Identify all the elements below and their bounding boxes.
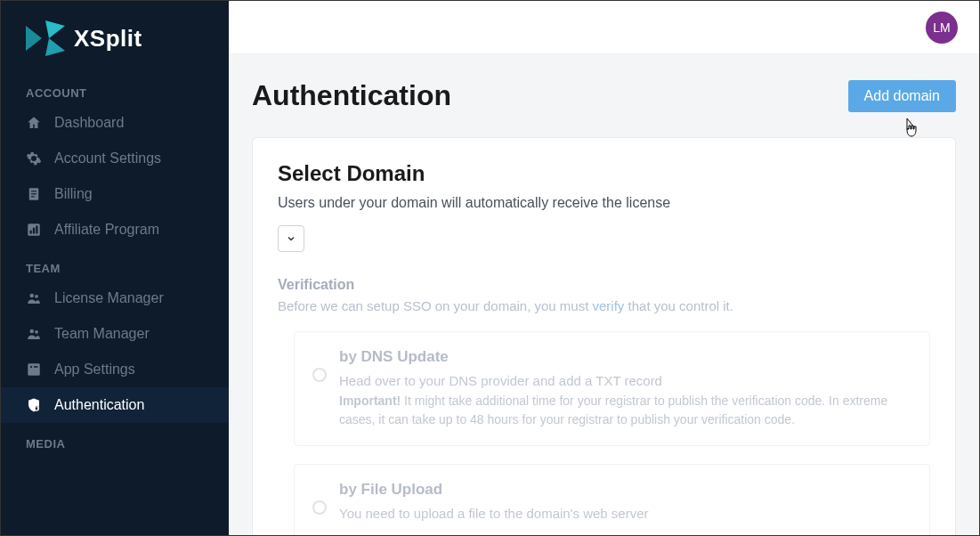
- home-icon: [26, 115, 42, 131]
- svg-rect-6: [31, 196, 35, 197]
- sidebar-section-team: TEAM: [1, 248, 229, 280]
- app-icon: [26, 361, 42, 378]
- brand-logo[interactable]: XSplit: [1, 1, 229, 72]
- verification-description: Before we can setup SSO on your domain, …: [278, 298, 930, 313]
- svg-marker-0: [26, 26, 42, 51]
- radio-file[interactable]: [312, 500, 327, 515]
- svg-rect-5: [31, 193, 36, 194]
- main-content: Authentication Add domain Select Domain …: [229, 54, 979, 535]
- sidebar-item-label: Team Manager: [54, 326, 150, 342]
- sidebar-section-media: MEDIA: [1, 423, 229, 456]
- topbar: LM: [229, 1, 979, 54]
- sidebar-item-label: Account Settings: [54, 150, 161, 166]
- svg-marker-1: [45, 20, 65, 38]
- svg-rect-10: [36, 226, 37, 234]
- option-description: Head over to your DNS provider and add a…: [339, 371, 911, 392]
- page-title: Authentication: [252, 79, 451, 112]
- chevron-down-icon: [286, 233, 296, 244]
- users-icon: [26, 326, 42, 342]
- svg-rect-15: [28, 363, 40, 376]
- sidebar-item-team-manager[interactable]: Team Manager: [1, 316, 229, 352]
- svg-rect-17: [34, 366, 38, 368]
- svg-point-14: [35, 330, 38, 334]
- sidebar-item-affiliate[interactable]: Affiliate Program: [1, 212, 229, 248]
- svg-rect-19: [36, 408, 37, 410]
- verification-heading: Verification: [278, 277, 930, 293]
- add-domain-button[interactable]: Add domain: [848, 80, 956, 112]
- svg-rect-4: [31, 191, 36, 191]
- option-description: You need to upload a file to the domain'…: [339, 504, 649, 524]
- option-title: by File Upload: [339, 481, 649, 499]
- sidebar-item-label: Billing: [54, 186, 93, 202]
- option-title: by DNS Update: [339, 348, 911, 366]
- option-note: Important! It might take additional time…: [339, 392, 911, 429]
- user-avatar[interactable]: LM: [926, 12, 958, 44]
- sidebar-item-app-settings[interactable]: App Settings: [1, 352, 229, 387]
- brand-name: XSplit: [74, 25, 142, 53]
- radio-dns[interactable]: [312, 368, 327, 382]
- svg-rect-8: [30, 231, 32, 234]
- sidebar-item-authentication[interactable]: Authentication: [1, 387, 229, 423]
- svg-point-13: [30, 329, 35, 334]
- chart-icon: [26, 222, 42, 238]
- svg-marker-2: [45, 38, 65, 56]
- svg-point-16: [30, 366, 32, 368]
- gear-icon: [26, 150, 42, 166]
- avatar-initials: LM: [933, 20, 950, 35]
- sidebar: XSplit ACCOUNT Dashboard Account Setting…: [1, 1, 229, 535]
- sidebar-item-dashboard[interactable]: Dashboard: [1, 105, 229, 141]
- domain-select-dropdown[interactable]: [278, 225, 304, 252]
- sidebar-item-label: App Settings: [54, 361, 135, 378]
- sidebar-item-label: Affiliate Program: [54, 222, 159, 238]
- sidebar-item-account-settings[interactable]: Account Settings: [1, 141, 229, 176]
- card-title: Select Domain: [278, 161, 930, 186]
- verify-link[interactable]: verify: [593, 298, 625, 313]
- users-icon: [26, 290, 42, 306]
- page-header: Authentication Add domain: [252, 79, 956, 112]
- card-description: Users under your domain will automatical…: [278, 195, 930, 211]
- sidebar-item-billing[interactable]: Billing: [1, 176, 229, 212]
- svg-rect-9: [33, 228, 35, 234]
- sidebar-item-label: Dashboard: [54, 115, 124, 131]
- verification-option-file[interactable]: by File Upload You need to upload a file…: [294, 464, 930, 536]
- svg-point-11: [30, 294, 35, 298]
- sidebar-item-label: License Manager: [54, 290, 164, 306]
- sidebar-section-account: ACCOUNT: [1, 72, 229, 105]
- svg-point-12: [35, 295, 38, 298]
- shield-lock-icon: [26, 397, 42, 413]
- verification-section: Verification Before we can setup SSO on …: [278, 277, 930, 535]
- xsplit-logo-icon: [26, 20, 65, 56]
- sidebar-item-license-manager[interactable]: License Manager: [1, 280, 229, 316]
- receipt-icon: [26, 186, 42, 202]
- verification-option-dns[interactable]: by DNS Update Head over to your DNS prov…: [294, 331, 930, 446]
- select-domain-card: Select Domain Users under your domain wi…: [252, 137, 956, 535]
- sidebar-item-label: Authentication: [54, 397, 144, 413]
